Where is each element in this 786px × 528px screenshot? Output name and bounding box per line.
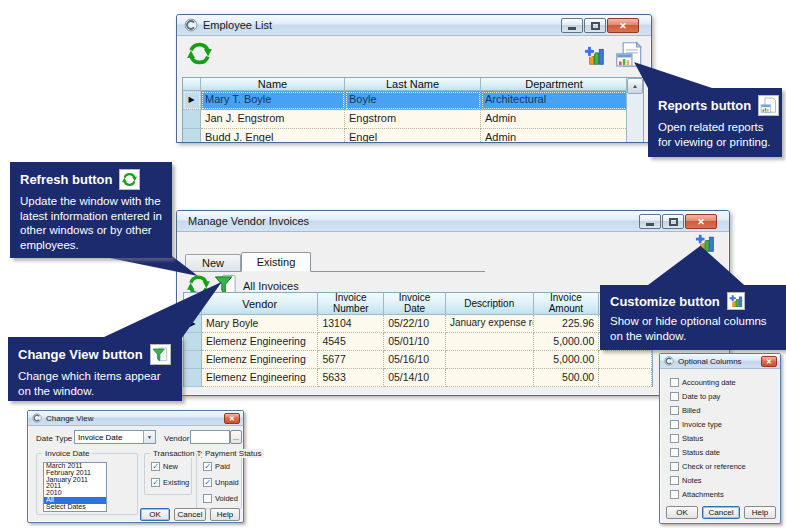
group-label: Payment Status (202, 449, 264, 458)
vendor-input[interactable] (190, 430, 230, 444)
refresh-button[interactable] (187, 41, 212, 66)
invoice-table-header: Vendor Invoice Number Invoice Date Descr… (184, 293, 652, 315)
app-logo-icon (32, 413, 42, 423)
close-icon: ✕ (766, 358, 772, 366)
maximize-button[interactable] (584, 18, 606, 33)
callout-body: Update the window with the latest inform… (20, 194, 162, 253)
tab-label: New (202, 257, 224, 269)
checkbox-unchecked-icon (670, 420, 679, 429)
close-button[interactable]: ✕ (607, 18, 639, 33)
date-type-label: Date Type (36, 434, 72, 443)
row-selector-cell (184, 351, 202, 369)
window-title: Employee List (203, 19, 272, 31)
maximize-button[interactable] (662, 214, 684, 229)
minimize-button[interactable] (639, 214, 661, 229)
checkbox-unchecked-icon (203, 494, 212, 503)
customize-button[interactable] (584, 45, 605, 66)
invoice-date-group: Invoice Date March 2011 February 2011 Ja… (36, 453, 138, 515)
checkbox-invoice-type[interactable]: Invoice type (670, 420, 722, 429)
cell-description (446, 333, 534, 351)
column-header-description[interactable]: Description (446, 293, 534, 315)
close-icon: ✕ (697, 217, 705, 227)
minimize-button[interactable] (561, 18, 583, 33)
callout-title: Refresh button (20, 172, 112, 187)
checkbox-status[interactable]: Status (670, 434, 703, 443)
checkbox-status-date[interactable]: Status date (670, 448, 720, 457)
close-button[interactable]: ✕ (761, 356, 777, 367)
column-header-name[interactable]: Name (201, 78, 345, 91)
cell-department: Admin (481, 110, 628, 129)
checkbox-billed[interactable]: Billed (670, 406, 700, 415)
transaction-type-group: Transaction Type ✓ New ✓ Existing (144, 453, 192, 495)
vertical-scrollbar[interactable]: ▲ (626, 78, 643, 143)
cell-vendor: Elemenz Engineering (202, 369, 318, 387)
checkbox-voided[interactable]: Voided (203, 494, 238, 503)
column-header-vendor[interactable]: Vendor (202, 293, 319, 315)
close-button[interactable]: ✕ (685, 214, 717, 229)
invoice-row[interactable]: Elemenz Engineering 5633 05/14/10 500.00 (184, 369, 652, 387)
screenshot-canvas: Employee List ✕ (0, 0, 786, 528)
cell-invoice-amount: 500.00 (534, 369, 600, 387)
cell-invoice-amount: 5,000.00 (534, 351, 600, 369)
cell-vendor: Elemenz Engineering (202, 333, 318, 351)
column-header-invoice-date[interactable]: Invoice Date (384, 293, 446, 315)
header-corner-cell (183, 78, 201, 91)
employee-row-selected[interactable]: ▶ Mary T. Boyle Boyle Architectural (183, 91, 643, 110)
checkbox-label: Notes (682, 476, 702, 485)
ok-button[interactable]: OK (666, 506, 698, 519)
invoice-date-listbox[interactable]: March 2011 February 2011 January 2011 20… (43, 462, 107, 512)
dialog-title: Optional Columns (678, 357, 742, 366)
payment-status-group: Payment Status ✓ Paid ✓ Unpaid Voided (196, 453, 242, 509)
help-button[interactable]: Help (744, 506, 776, 519)
checkbox-existing[interactable]: ✓ Existing (151, 478, 189, 487)
caption-buttons: ✕ (560, 18, 639, 33)
chevron-down-icon[interactable]: ▼ (143, 431, 155, 443)
tab-new[interactable]: New (185, 254, 241, 271)
help-button[interactable]: Help (210, 508, 240, 521)
close-button[interactable]: ✕ (224, 413, 240, 424)
checkbox-date-to-pay[interactable]: Date to pay (670, 392, 720, 401)
scroll-up-button[interactable]: ▲ (627, 78, 643, 94)
tab-existing[interactable]: Existing (241, 252, 311, 272)
cell-description (446, 351, 534, 369)
change-view-dialog-titlebar[interactable]: Change View (28, 411, 243, 426)
customize-chip (727, 292, 745, 310)
cancel-button[interactable]: Cancel (702, 506, 740, 519)
cell-invoice-number: 5633 (318, 369, 384, 387)
checkbox-notes[interactable]: Notes (670, 476, 702, 485)
employee-list-window: Employee List ✕ (176, 14, 652, 143)
employee-row[interactable]: Jan J. Engstrom Engstrom Admin (183, 110, 643, 129)
invoice-row[interactable]: ▶ Mary Boyle 13104 05/22/10 January expe… (184, 315, 652, 333)
vendor-label: Vendor (164, 434, 189, 443)
checkbox-check-or-reference[interactable]: Check or reference (670, 462, 746, 471)
checkbox-paid[interactable]: ✓ Paid (203, 462, 230, 471)
cell-invoice-date: 05/22/10 (384, 315, 446, 333)
list-item[interactable]: Select Dates (44, 504, 106, 511)
minimize-icon (568, 27, 576, 30)
cell-invoice-amount: 5,000.00 (534, 333, 600, 351)
checkbox-accounting-date[interactable]: Accounting date (670, 378, 736, 387)
callout-title: Customize button (610, 294, 720, 309)
caption-buttons: ✕ (638, 214, 717, 229)
column-header-department[interactable]: Department (481, 78, 628, 91)
column-header-invoice-amount[interactable]: Invoice Amount (534, 293, 600, 315)
tab-strip: New Existing (185, 252, 485, 272)
column-header-invoice-number[interactable]: Invoice Number (318, 293, 384, 315)
date-type-value: Invoice Date (75, 433, 143, 442)
checkbox-new[interactable]: ✓ New (151, 462, 178, 471)
invoice-row[interactable]: Elemenz Engineering 4545 05/01/10 5,000.… (184, 333, 652, 351)
ok-button[interactable]: OK (140, 508, 170, 521)
cell-last-name: Engel (345, 129, 481, 143)
cell-description: January expense rep... (446, 315, 534, 333)
maximize-icon (591, 22, 600, 30)
cell-last-name: Engstrom (345, 110, 481, 129)
checkbox-attachments[interactable]: Attachments (670, 490, 724, 499)
employee-row[interactable]: Budd J. Engel Engel Admin (183, 129, 643, 143)
vendor-browse-button[interactable]: ... (230, 430, 242, 444)
column-header-last-name[interactable]: Last Name (345, 78, 481, 91)
cancel-button[interactable]: Cancel (174, 508, 206, 521)
checkbox-checked-icon: ✓ (151, 478, 160, 487)
checkbox-unpaid[interactable]: ✓ Unpaid (203, 478, 239, 487)
date-type-combobox[interactable]: Invoice Date ▼ (74, 430, 156, 444)
invoice-row[interactable]: Elemenz Engineering 5677 05/16/10 5,000.… (184, 351, 652, 369)
